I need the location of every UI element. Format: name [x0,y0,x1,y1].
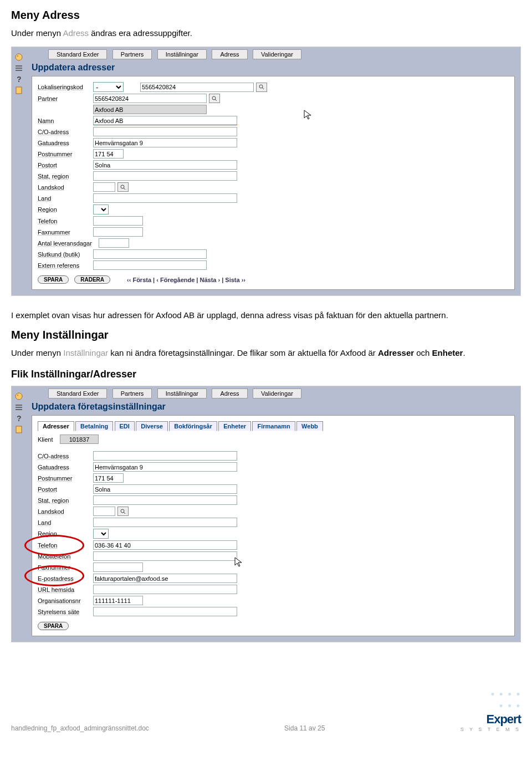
main-tabs-2: Standard Exder Partners Inställningar Ad… [26,386,520,398]
para1: I exemplet ovan visas hur adressen för A… [11,309,521,321]
label-co2: C/O-adress [38,453,93,459]
label-partner: Partner [38,95,93,102]
input-fax[interactable] [93,227,143,237]
tab-standard-exder[interactable]: Standard Exder [48,389,107,398]
pager[interactable]: ‹‹ Första | ‹ Föregående | Nästa › | Sis… [127,277,245,283]
input-stat2[interactable] [93,495,237,505]
label-fax2: Faxnummer [38,564,93,571]
input-slutkund[interactable] [93,249,207,259]
subtab-enheter[interactable]: Enheter [218,421,251,431]
globe-icon[interactable] [14,392,23,401]
subtab-edi[interactable]: EDI [115,421,135,431]
input-leverans[interactable] [99,238,129,248]
globe-icon[interactable] [14,53,23,62]
input-partner[interactable] [93,94,207,103]
heading-meny-adress: Meny Adress [11,9,521,22]
input-co[interactable] [93,127,237,136]
label-stat2: Stat, region [38,497,93,504]
subtab-firmanamn[interactable]: Firmanamn [252,421,295,431]
readonly-klient [60,435,99,444]
spara-button-2[interactable]: SPARA [38,622,69,630]
input-mobil[interactable] [93,551,237,561]
tab-adress[interactable]: Adress [212,49,247,59]
text: kan ni ändra företagsinställningar. De f… [108,348,378,357]
input-orgnr[interactable] [93,596,143,605]
tab-valideringar[interactable]: Valideringar [253,49,301,59]
svg-rect-6 [16,87,22,94]
input-epost[interactable] [93,574,237,583]
svg-rect-3 [16,68,22,69]
input-fax2[interactable] [93,563,143,572]
label-orgnr: Organisationsnr [38,597,93,604]
svg-point-14 [17,395,18,396]
input-telefon2[interactable] [93,540,237,550]
input-externref[interactable] [93,260,207,270]
input-url[interactable] [93,585,237,594]
tab-installningar[interactable]: Inställningar [157,49,207,59]
input-stat[interactable] [93,171,237,181]
tab-valideringar[interactable]: Valideringar [253,389,301,398]
tab-standard-exder[interactable]: Standard Exder [48,49,107,59]
input-postort2[interactable] [93,484,237,494]
search-button-landskod2[interactable] [117,507,129,516]
tab-installningar[interactable]: Inställningar [157,389,207,398]
select-lokaliseringskod[interactable]: - [93,82,124,92]
logo-name: Expert [461,712,521,727]
input-landskod[interactable] [93,182,115,192]
input-postnr[interactable] [93,149,124,159]
label-co: C/O-adress [38,129,93,135]
input-co2[interactable] [93,451,237,461]
subtab-webb[interactable]: Webb [296,421,323,431]
help-icon[interactable]: ? [14,75,23,84]
list-icon[interactable] [14,403,23,412]
label-stat: Stat, region [38,173,93,180]
search-button-landskod[interactable] [117,182,129,192]
label-postnr: Postnummer [38,151,93,157]
svg-point-13 [16,393,22,400]
subtab-bokforingsar[interactable]: Bokföringsår [169,421,217,431]
label-land: Land [38,195,93,202]
input-lok-code[interactable] [140,83,254,92]
note-icon[interactable] [14,425,23,434]
select-region2[interactable] [93,529,109,539]
label-gatu2: Gatuadress [38,464,93,471]
label-region2: Region [38,530,93,537]
svg-rect-16 [16,407,22,408]
text: Under menyn [11,348,63,357]
subtab-betalning[interactable]: Betalning [75,421,113,431]
input-land[interactable] [93,193,237,203]
input-land2[interactable] [93,518,237,527]
page-title-2: Uppdatera företagsinställningar [26,398,520,415]
search-button-partner[interactable] [209,94,220,103]
subtab-adresser[interactable]: Adresser [38,421,74,431]
input-postort[interactable] [93,160,237,170]
subtab-diverse[interactable]: Diverse [136,421,168,431]
select-region[interactable] [93,205,109,214]
text: och [414,348,432,357]
tab-partners[interactable]: Partners [112,49,152,59]
form-panel-foretag: Adresser Betalning EDI Diverse Bokföring… [32,415,515,636]
list-icon[interactable] [14,64,23,73]
cursor-icon [304,110,313,121]
label-klient: Klient [38,436,60,443]
input-telefon[interactable] [93,216,143,226]
note-icon[interactable] [14,86,23,95]
search-button-lok[interactable] [256,83,267,92]
radera-button[interactable]: RADERA [74,275,110,284]
app-uppdatera-adresser: ? Standard Exder Partners Inställningar … [11,47,521,296]
input-gatu[interactable] [93,138,237,147]
input-landskod2[interactable] [93,507,115,516]
label-postort: Postort [38,162,93,168]
input-namn[interactable] [93,116,237,125]
input-gatu2[interactable] [93,462,237,472]
input-styrelsen[interactable] [93,607,237,616]
tab-adress[interactable]: Adress [212,389,247,398]
svg-rect-4 [16,70,22,71]
tab-partners[interactable]: Partners [112,389,152,398]
help-icon[interactable]: ? [14,414,23,423]
spara-button[interactable]: SPARA [38,275,69,284]
input-postnr2[interactable] [93,473,124,483]
svg-rect-15 [16,405,22,406]
text-adresser: Adresser [378,348,414,357]
svg-line-10 [215,99,217,101]
